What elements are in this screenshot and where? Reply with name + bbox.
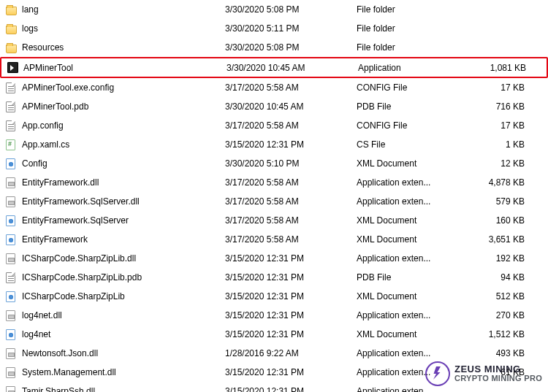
application-icon [7,62,23,73]
file-date-modified: 3/30/2020 5:10 PM [225,158,357,169]
file-row[interactable]: Resources3/30/2020 5:08 PMFile folder [0,38,548,57]
file-row[interactable]: EntityFramework3/17/2020 5:58 AMXML Docu… [0,230,548,249]
file-name: EntityFramework.SqlServer.dll [22,196,225,207]
xml-file-icon [6,234,22,245]
file-date-modified: 3/30/2020 10:45 AM [225,101,357,112]
file-row[interactable]: ICSharpCode.SharpZipLib.dll3/15/2020 12:… [0,249,548,268]
file-name: Newtonsoft.Json.dll [22,348,225,358]
file-size: 94 KB [459,272,525,283]
file-date-modified: 3/30/2020 5:08 PM [225,4,357,15]
file-date-modified: 3/30/2020 5:08 PM [225,42,357,53]
file-list: lang3/30/2020 5:08 PMFile folderlogs3/30… [0,0,548,392]
file-row[interactable]: logs3/30/2020 5:11 PMFile folder [0,19,548,38]
folder-icon [6,42,22,53]
file-size: 61 KB [459,367,525,377]
file-date-modified: 3/30/2020 5:11 PM [225,23,357,34]
file-row[interactable]: APMinerTool.pdb3/30/2020 10:45 AMPDB Fil… [0,97,548,116]
file-date-modified: 3/15/2020 12:31 PM [225,386,357,392]
xml-file-icon [6,215,22,226]
file-size: 160 KB [459,215,525,226]
file-row[interactable]: ICSharpCode.SharpZipLib.pdb3/15/2020 12:… [0,268,548,287]
file-size: 192 KB [459,253,525,264]
file-date-modified: 3/17/2020 5:58 AM [225,196,357,207]
file-name: log4net [22,329,225,339]
file-date-modified: 1/28/2016 9:22 AM [225,348,357,358]
file-name: Tamir.SharpSsh.dll [22,386,225,392]
file-name: ICSharpCode.SharpZipLib.pdb [22,272,225,283]
file-size: 270 KB [459,310,525,320]
file-date-modified: 3/17/2020 5:58 AM [225,82,357,93]
dll-file-icon [6,367,22,378]
file-type: CONFIG File [357,120,459,131]
xml-file-icon [6,158,22,169]
file-name: APMinerTool.pdb [22,101,225,112]
dll-file-icon [6,177,22,188]
file-icon [6,82,22,93]
file-size: 1,081 KB [460,63,526,73]
file-type: CONFIG File [357,82,459,93]
file-type: XML Document [357,234,459,245]
file-name: App.config [22,120,225,131]
file-row[interactable]: ICSharpCode.SharpZipLib3/15/2020 12:31 P… [0,287,548,306]
file-type: Application exten... [357,348,459,358]
file-name: EntityFramework [22,234,225,245]
file-icon [6,120,22,131]
file-name: EntityFramework.dll [22,177,225,188]
file-date-modified: 3/15/2020 12:31 PM [225,310,357,320]
file-size: 1,512 KB [459,329,525,339]
file-row[interactable]: App.config3/17/2020 5:58 AMCONFIG File17… [0,116,548,135]
file-size: 493 KB [459,348,525,358]
file-date-modified: 3/30/2020 10:45 AM [227,63,358,73]
file-type: File folder [357,4,459,15]
file-size: 4,878 KB [459,177,525,188]
file-row[interactable]: APMinerTool.exe.config3/17/2020 5:58 AMC… [0,78,548,97]
file-name: Config [22,158,225,169]
file-row[interactable]: log4net.dll3/15/2020 12:31 PMApplication… [0,306,548,325]
file-type: PDB File [357,101,459,112]
file-type: File folder [357,42,459,53]
file-type: Application exten... [357,196,459,207]
file-name: System.Management.dll [22,367,225,377]
file-row[interactable]: EntityFramework.SqlServer.dll3/17/2020 5… [0,192,548,211]
file-row[interactable]: EntityFramework.SqlServer3/17/2020 5:58 … [0,211,548,230]
file-name: App.xaml.cs [22,139,225,150]
file-row[interactable]: log4net3/15/2020 12:31 PMXML Document1,5… [0,325,548,344]
file-row[interactable]: Config3/30/2020 5:10 PMXML Document12 KB [0,154,548,173]
file-name: logs [22,23,225,34]
folder-icon [6,23,22,34]
file-row[interactable]: EntityFramework.dll3/17/2020 5:58 AMAppl… [0,173,548,192]
file-name: lang [22,4,225,15]
file-row[interactable]: Newtonsoft.Json.dll1/28/2016 9:22 AMAppl… [0,344,548,363]
file-date-modified: 3/15/2020 12:31 PM [225,272,357,283]
file-size: 1 KB [459,139,525,150]
file-size: 17 KB [459,120,525,131]
file-type: XML Document [357,291,459,301]
file-type: PDB File [357,272,459,283]
file-type: Application exten... [357,310,459,320]
file-row[interactable]: Tamir.SharpSsh.dll3/15/2020 12:31 PMAppl… [0,382,548,392]
file-size: 716 KB [459,101,525,112]
file-name: log4net.dll [22,310,225,320]
csharp-file-icon [6,139,22,150]
file-type: XML Document [357,329,459,339]
file-row[interactable]: APMinerTool3/30/2020 10:45 AMApplication… [0,57,548,78]
file-size: 12 KB [459,158,525,169]
file-date-modified: 3/15/2020 12:31 PM [225,291,357,301]
dll-file-icon [6,253,22,264]
file-type: Application exten... [357,177,459,188]
xml-file-icon [6,329,22,340]
file-type: Application exten... [357,253,459,264]
dll-file-icon [6,348,22,359]
file-date-modified: 3/17/2020 5:58 AM [225,120,357,131]
file-name: Resources [22,42,225,53]
file-row[interactable]: App.xaml.cs3/15/2020 12:31 PMCS File1 KB [0,135,548,154]
file-date-modified: 3/15/2020 12:31 PM [225,253,357,264]
file-name: APMinerTool [23,63,227,73]
xml-file-icon [6,291,22,302]
file-row[interactable]: lang3/30/2020 5:08 PMFile folder [0,0,548,19]
file-date-modified: 3/17/2020 5:58 AM [225,215,357,226]
file-row[interactable]: System.Management.dll3/15/2020 12:31 PMA… [0,363,548,382]
file-date-modified: 3/17/2020 5:58 AM [225,177,357,188]
file-size: 579 KB [459,196,525,207]
file-icon [6,272,22,283]
